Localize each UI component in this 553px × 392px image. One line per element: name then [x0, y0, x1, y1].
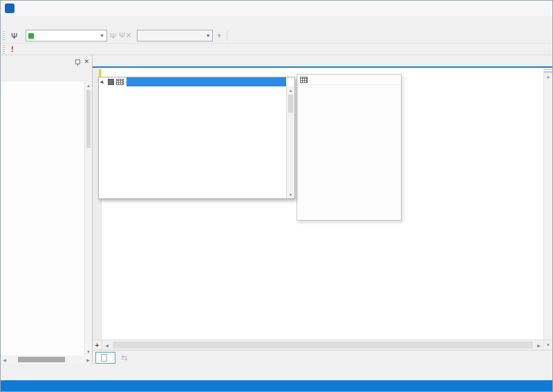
database-select[interactable]: ▼: [137, 30, 213, 41]
title-bar: [1, 1, 552, 16]
explorer-toolbar: [1, 68, 92, 82]
popup-selected-row: [126, 77, 286, 86]
execute-button[interactable]: !: [8, 44, 19, 55]
text-view-icon: [101, 354, 107, 362]
status-bar: [1, 380, 552, 392]
table-icon: [116, 79, 124, 85]
popup-scrollbar[interactable]: ▲ ▼: [286, 86, 294, 198]
explorer-tree-area: ▲ ▼: [1, 82, 92, 355]
editor-vertical-scrollbar[interactable]: ▲: [543, 68, 552, 339]
table-icon: [300, 77, 308, 83]
connection-state-icon: [28, 33, 34, 39]
execute-icon: !: [11, 45, 14, 53]
popup-header[interactable]: ▶: [99, 77, 294, 86]
tooltip-header: [297, 75, 401, 85]
pin-icon[interactable]: [75, 59, 80, 64]
app-logo-icon: [5, 3, 15, 13]
popup-column-list: [99, 86, 286, 198]
connection-toolbar: Ψ ▼ Ψ Ψ✕ ▼ ▾: [1, 28, 552, 44]
scroll-thumb[interactable]: [288, 95, 293, 113]
menu-bar: [1, 16, 552, 28]
scroll-down-icon[interactable]: ▼: [543, 340, 552, 350]
scroll-up-icon[interactable]: ▲: [544, 73, 552, 80]
scroll-left-icon[interactable]: ◀: [1, 357, 8, 362]
document-tab-strip: [93, 55, 552, 68]
toolbar-overflow-icon[interactable]: ▾: [213, 30, 225, 41]
scroll-down-icon[interactable]: ▼: [85, 348, 92, 355]
scroll-track[interactable]: [111, 340, 534, 350]
tree-horizontal-scrollbar[interactable]: ◀ ▶: [1, 355, 92, 364]
swap-view-icon[interactable]: ⇆: [118, 352, 130, 364]
chevron-down-icon: ▼: [205, 33, 210, 38]
toolbar-separator: [227, 31, 227, 41]
tree-vertical-scrollbar[interactable]: ▲ ▼: [84, 82, 92, 355]
splitter-handle[interactable]: [544, 68, 552, 73]
change-marker: [99, 69, 101, 77]
connect-icon[interactable]: Ψ: [107, 30, 119, 41]
scroll-down-icon[interactable]: ▼: [287, 191, 294, 198]
connection-select[interactable]: ▼: [26, 30, 107, 41]
expand-icon[interactable]: ▶: [100, 78, 107, 86]
toolbar-grip[interactable]: [3, 45, 5, 54]
app-window: Ψ ▼ Ψ Ψ✕ ▼ ▾ ! ✕: [0, 0, 553, 392]
disconnect-icon[interactable]: Ψ✕: [119, 30, 131, 41]
docked-panel-tabs: [1, 365, 552, 380]
toolbar-grip[interactable]: [3, 31, 5, 40]
scroll-right-icon[interactable]: ▶: [534, 340, 543, 350]
explorer-header: ✕: [1, 55, 92, 68]
scroll-track[interactable]: [8, 355, 84, 364]
scroll-left-icon[interactable]: ◀: [102, 340, 111, 350]
pane-splitter-icon[interactable]: +: [93, 340, 102, 350]
scroll-up-icon[interactable]: ▲: [287, 86, 294, 94]
scroll-thumb[interactable]: [18, 357, 65, 362]
scroll-right-icon[interactable]: ▶: [84, 357, 92, 362]
text-view-tab[interactable]: [95, 352, 115, 364]
close-icon[interactable]: ✕: [84, 58, 89, 65]
editor-horizontal-scrollbar[interactable]: + ◀ ▶ ▼: [93, 339, 552, 350]
scroll-thumb[interactable]: [86, 90, 91, 148]
column-picker-popup: ▶ ▲ ▼: [98, 77, 295, 199]
chevron-down-icon: ▼: [100, 33, 104, 38]
select-all-checkbox[interactable]: [108, 79, 114, 85]
editor-bottom-bar: ⇆: [93, 350, 552, 365]
new-connection-icon[interactable]: Ψ: [8, 30, 20, 41]
table-structure-tooltip: [297, 74, 402, 221]
database-explorer-panel: ✕ ▲ ▼ ◀ ▶: [1, 55, 93, 365]
execute-toolbar: !: [1, 44, 552, 55]
scroll-up-icon[interactable]: ▲: [85, 82, 92, 89]
scroll-thumb[interactable]: [113, 342, 533, 348]
